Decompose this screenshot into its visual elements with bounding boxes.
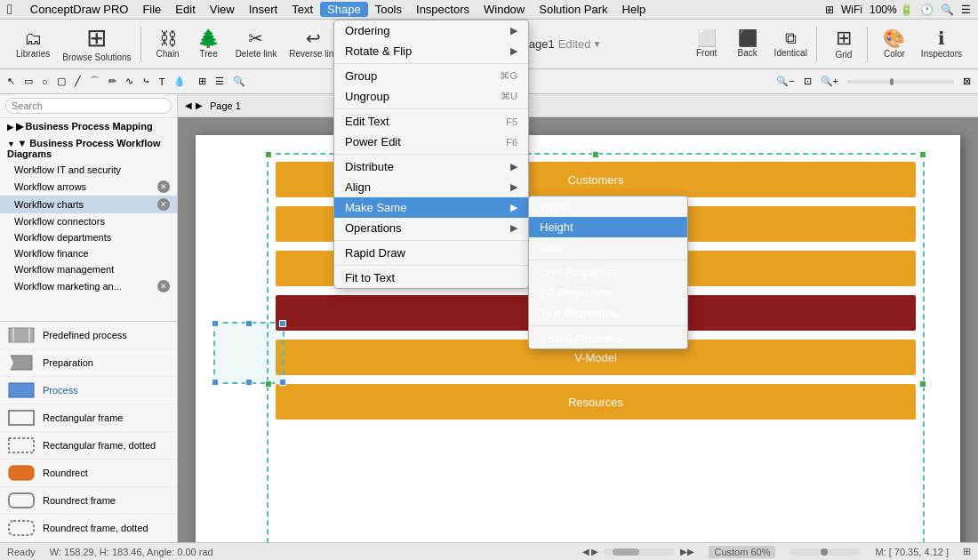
- menu-ungroup[interactable]: Ungroup ⌘U: [334, 86, 528, 107]
- shape-roundrect[interactable]: Roundrect: [0, 460, 177, 487]
- zoom-in-btn[interactable]: 🔍+: [817, 74, 842, 89]
- tool-round-rect[interactable]: ▢: [53, 74, 69, 89]
- search-input[interactable]: [5, 98, 172, 114]
- shape-predefined-process[interactable]: Predefined process: [0, 322, 177, 349]
- menubar-app[interactable]: ConceptDraw PRO: [23, 2, 136, 17]
- tool-rect[interactable]: ▭: [20, 74, 36, 89]
- search-btn[interactable]: 🔍: [229, 74, 249, 89]
- menu-edit-text[interactable]: Edit Text F5: [334, 111, 528, 132]
- menu-align[interactable]: Align ▶: [334, 177, 528, 197]
- tree-button[interactable]: 🌲 Tree: [189, 28, 228, 60]
- scroll-end-btn[interactable]: ▶▶: [680, 547, 694, 556]
- tree-item-workflow-arrows[interactable]: Workflow arrows ✕: [0, 178, 177, 196]
- page-tab[interactable]: Page 1: [210, 100, 241, 111]
- submenu-fill-props[interactable]: Fill Properties: [529, 283, 687, 303]
- submenu-text-props[interactable]: Text Properties: [529, 303, 687, 324]
- handle-mr[interactable]: [919, 380, 926, 388]
- front-button[interactable]: ⬜ Front: [687, 28, 726, 60]
- tool-arrow[interactable]: ↖: [4, 74, 19, 89]
- tool-pen[interactable]: ✏: [105, 74, 120, 89]
- submenu-width[interactable]: Width: [529, 196, 687, 217]
- zoom-fit-btn[interactable]: ⊡: [800, 74, 815, 89]
- list-view-btn[interactable]: ☰: [212, 74, 228, 89]
- zoom-out-btn[interactable]: 🔍−: [773, 74, 798, 89]
- submenu-height[interactable]: Height: [529, 217, 687, 237]
- shape-roundrect-dotted[interactable]: Roundrect frame, dotted: [0, 515, 177, 542]
- menu-group[interactable]: Group ⌘G: [334, 66, 528, 86]
- scroll-right-btn[interactable]: ▶: [591, 547, 598, 556]
- scroll-right[interactable]: ▶: [196, 100, 203, 110]
- submenu-size[interactable]: Size: [529, 237, 687, 258]
- small-handle-tm[interactable]: [245, 320, 253, 327]
- small-handle-bl[interactable]: [212, 379, 219, 386]
- zoom-reset-btn[interactable]: ⊠: [959, 74, 974, 89]
- menu-fit-to-text[interactable]: Fit to Text: [334, 268, 528, 288]
- shape-roundrect-frame[interactable]: Roundrect frame: [0, 487, 177, 515]
- tool-connect[interactable]: ⤷: [139, 74, 154, 89]
- tool-line[interactable]: ╱: [71, 74, 84, 89]
- statusbar-icon[interactable]: ⊞: [963, 546, 971, 557]
- menu-distribute[interactable]: Distribute ▶: [334, 156, 528, 177]
- tree-item-workflow-finance[interactable]: Workflow finance: [0, 245, 177, 261]
- tool-oval[interactable]: ○: [38, 75, 52, 89]
- tool-eyedrop[interactable]: 💧: [170, 74, 189, 89]
- tree-item-workflow-management[interactable]: Workflow management: [0, 261, 177, 277]
- scroll-left-btn[interactable]: ◀: [582, 547, 589, 556]
- delete-link-button[interactable]: ✂ Delete link: [230, 28, 283, 60]
- tool-curve[interactable]: ⌒: [86, 73, 103, 90]
- menubar-edit[interactable]: Edit: [168, 2, 202, 17]
- tree-item-workflow-departments[interactable]: Workflow departments: [0, 229, 177, 245]
- zoom-slider-thumb[interactable]: [890, 78, 894, 85]
- shape-preparation[interactable]: Preparation: [0, 349, 177, 377]
- browse-solutions-button[interactable]: ⊞ Browse Solutions: [57, 24, 136, 64]
- menu-power-edit[interactable]: Power Edit F6: [334, 132, 528, 152]
- tool-text[interactable]: T: [156, 75, 169, 89]
- handle-tm[interactable]: [592, 151, 599, 158]
- tree-group-business-process-mapping[interactable]: ▶ Business Process Mapping: [0, 118, 177, 135]
- menubar-view[interactable]: View: [203, 2, 242, 17]
- zoom-slider-status[interactable]: [790, 548, 861, 556]
- menubar-insert[interactable]: Insert: [242, 2, 285, 17]
- menu-ordering[interactable]: Ordering ▶: [334, 20, 528, 41]
- menubar-help[interactable]: Help: [615, 2, 653, 17]
- menubar-file[interactable]: File: [135, 2, 168, 17]
- tree-item-workflow-connectors[interactable]: Workflow connectors: [0, 213, 177, 229]
- menu-icon[interactable]: ☰: [961, 4, 971, 16]
- shape-rectangular-frame[interactable]: Rectangular frame: [0, 404, 177, 432]
- tree-item-workflow-marketing[interactable]: Workflow marketing an... ✕: [0, 277, 177, 295]
- hscroll-bar[interactable]: [604, 548, 675, 556]
- color-button[interactable]: 🎨 Color: [875, 28, 914, 60]
- grid-button[interactable]: ⊞ Grid: [824, 27, 863, 61]
- tree-item-it-security[interactable]: Workflow IT and security: [0, 162, 177, 178]
- small-handle-tl[interactable]: [212, 320, 219, 327]
- inspectors-button[interactable]: ℹ Inspectors: [916, 28, 967, 60]
- hscroll-thumb[interactable]: [613, 548, 639, 556]
- identical-button[interactable]: ⧉ Identical: [769, 28, 813, 60]
- scroll-left[interactable]: ◀: [185, 100, 192, 110]
- shape-process[interactable]: Process: [0, 377, 177, 404]
- menu-make-same[interactable]: Make Same ▶ Width Height Size Line Prope…: [334, 197, 528, 218]
- menubar-window[interactable]: Window: [477, 2, 532, 17]
- small-handle-bm[interactable]: [245, 379, 253, 386]
- shape-rectangular-frame-dotted[interactable]: Rectangular frame, dotted: [0, 432, 177, 460]
- apple-menu[interactable]: : [7, 2, 12, 18]
- tree-item-workflow-charts[interactable]: Workflow charts ✕: [0, 196, 177, 213]
- dropdown-arrow[interactable]: ▼: [593, 39, 602, 49]
- submenu-line-props[interactable]: Line Properties: [529, 262, 687, 283]
- menubar-shape[interactable]: Shape: [320, 2, 368, 17]
- handle-tr[interactable]: [919, 151, 926, 158]
- small-handle-br[interactable]: [279, 379, 286, 386]
- tool-bezier[interactable]: ∿: [122, 74, 137, 89]
- tree-group-workflow-diagrams[interactable]: ▼ Business Process Workflow Diagrams: [0, 135, 177, 162]
- menubar-text[interactable]: Text: [285, 2, 320, 17]
- libraries-button[interactable]: 🗂 Libraries: [11, 28, 55, 60]
- search-icon-menubar[interactable]: 🔍: [941, 4, 954, 16]
- menu-operations[interactable]: Operations ▶: [334, 218, 528, 238]
- small-handle-tr[interactable]: [279, 320, 286, 327]
- menubar-solution-park[interactable]: Solution Park: [532, 2, 614, 17]
- submenu-visual-attrs[interactable]: Visual Attributes: [529, 328, 687, 348]
- menubar-tools[interactable]: Tools: [368, 2, 409, 17]
- menu-rotate-flip[interactable]: Rotate & Flip ▶: [334, 41, 528, 61]
- zoom-slider[interactable]: [847, 80, 954, 84]
- menu-rapid-draw[interactable]: Rapid Draw: [334, 243, 528, 263]
